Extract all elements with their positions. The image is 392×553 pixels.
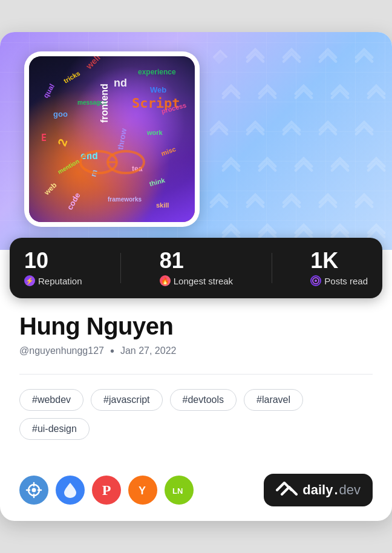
tag-webdev[interactable]: #webdev bbox=[19, 389, 83, 411]
reputation-label: ⚡ Reputation bbox=[24, 275, 82, 286]
svg-text:E: E bbox=[41, 133, 47, 143]
daily-dev-text: daily . dev bbox=[302, 482, 361, 498]
badge-drop bbox=[56, 476, 85, 505]
svg-text:frontend: frontend bbox=[99, 83, 109, 123]
tag-javascript[interactable]: #javascript bbox=[91, 389, 162, 411]
svg-text:Web: Web bbox=[150, 85, 166, 94]
reputation-value: 10 bbox=[24, 250, 82, 272]
posts-read-value: 1K bbox=[310, 250, 368, 272]
badge-ln: LN bbox=[165, 476, 194, 505]
avatar: experience well nd tricks Web qual Scrip… bbox=[24, 51, 200, 227]
daily-dev-dot-label: . bbox=[334, 482, 338, 498]
profile-username: @nguyenhungg127 bbox=[19, 345, 104, 356]
tag-laravel[interactable]: #laravel bbox=[244, 389, 303, 411]
svg-text:work: work bbox=[146, 129, 163, 136]
stats-bar: 10 ⚡ Reputation 81 🔥 Longest streak 1K bbox=[10, 238, 382, 298]
daily-dev-dev-label: dev bbox=[339, 482, 361, 498]
flame-icon: 🔥 bbox=[160, 275, 171, 286]
posts-read-label: Posts read bbox=[310, 275, 368, 286]
svg-point-31 bbox=[315, 280, 317, 282]
avatar-word-cloud: experience well nd tricks Web qual Scrip… bbox=[29, 56, 195, 222]
badge-p: P bbox=[92, 476, 121, 505]
svg-point-33 bbox=[32, 488, 36, 492]
tag-ui-design[interactable]: #ui-design bbox=[19, 418, 90, 440]
tags-container: #webdev #javascript #devtools #laravel #… bbox=[19, 389, 373, 440]
profile-meta: @nguyenhungg127 • Jan 27, 2022 bbox=[19, 345, 373, 357]
circle-icon bbox=[310, 275, 321, 286]
profile-card: experience well nd tricks Web qual Scrip… bbox=[0, 32, 392, 521]
lightning-icon: ⚡ bbox=[24, 275, 35, 286]
svg-text:nd: nd bbox=[114, 77, 127, 89]
streak-value: 81 bbox=[160, 250, 233, 272]
badges-row: P Y LN bbox=[19, 476, 194, 505]
stat-streak: 81 🔥 Longest streak bbox=[160, 250, 233, 286]
daily-dev-daily-label: daily bbox=[302, 482, 333, 498]
svg-text:skill: skill bbox=[156, 201, 169, 209]
badge-y: Y bbox=[128, 476, 157, 505]
stats-divider-2 bbox=[272, 253, 272, 283]
profile-content: Hung Nguyen @nguyenhungg127 • Jan 27, 20… bbox=[0, 310, 392, 474]
stat-posts-read: 1K Posts read bbox=[310, 250, 368, 286]
svg-text:goo: goo bbox=[53, 110, 68, 119]
svg-text:experience: experience bbox=[138, 68, 176, 76]
profile-divider bbox=[19, 374, 373, 375]
banner: experience well nd tricks Web qual Scrip… bbox=[0, 32, 392, 250]
badge-crosshair bbox=[19, 476, 48, 505]
svg-text:frameworks: frameworks bbox=[108, 196, 142, 203]
svg-text:LN: LN bbox=[172, 486, 183, 496]
tag-devtools[interactable]: #devtools bbox=[170, 389, 237, 411]
svg-text:Y: Y bbox=[139, 485, 146, 497]
streak-label: 🔥 Longest streak bbox=[160, 275, 233, 286]
meta-dot: • bbox=[110, 345, 114, 357]
profile-join-date: Jan 27, 2022 bbox=[120, 345, 177, 356]
card-footer: P Y LN d bbox=[0, 474, 392, 521]
stat-reputation: 10 ⚡ Reputation bbox=[24, 250, 82, 286]
stats-divider-1 bbox=[120, 253, 121, 283]
daily-dev-logo: daily . dev bbox=[264, 474, 373, 506]
profile-name: Hung Nguyen bbox=[19, 313, 373, 340]
daily-dev-chevron-icon bbox=[276, 481, 298, 499]
